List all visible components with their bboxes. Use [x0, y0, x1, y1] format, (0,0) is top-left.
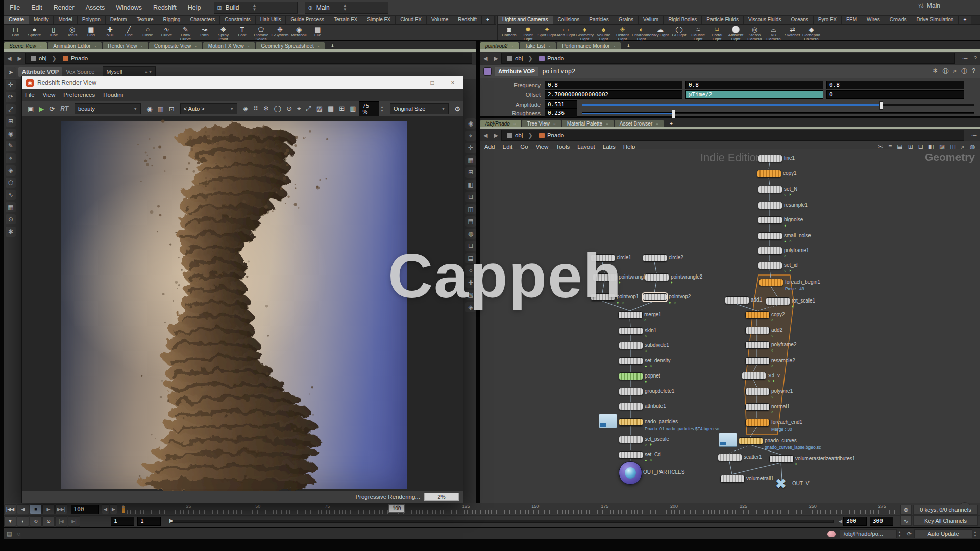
shelf-tool-torus[interactable]: ◎Torus	[63, 26, 82, 37]
shelf-tab-create[interactable]: Create	[4, 16, 29, 24]
pane-tab-take-list[interactable]: Take List×	[520, 42, 556, 49]
shelf-tab-characters[interactable]: Characters	[185, 16, 220, 24]
close-tab-icon[interactable]: ×	[40, 44, 42, 49]
close-tab-icon[interactable]: ×	[553, 122, 556, 127]
crop-icon[interactable]: ⊡	[169, 105, 175, 113]
node-nado_particles[interactable]	[619, 418, 643, 426]
close-tab-icon[interactable]: ×	[317, 44, 320, 49]
maximize-button[interactable]: □	[422, 79, 443, 86]
panel-icon[interactable]: ◫	[465, 204, 476, 214]
roughness-slider[interactable]	[582, 112, 974, 114]
shelf-tab-polygon[interactable]: Polygon	[78, 16, 106, 24]
shelf-tool-volume-light[interactable]: ♠Volume Light	[594, 26, 613, 41]
list-icon[interactable]: ▤	[465, 216, 476, 227]
shelf-tool-platonic-solids[interactable]: ⬠Platonic Solids	[252, 26, 271, 41]
snowflake-icon[interactable]: ❄	[263, 105, 269, 113]
close-tab-icon[interactable]: ×	[606, 122, 608, 127]
gear-icon[interactable]: ⚙	[454, 105, 460, 113]
grid-icon[interactable]: ▦	[465, 155, 476, 165]
key-all-channels-button[interactable]: Key All Channels	[913, 516, 978, 526]
network-canvas[interactable]: Indie Edition Geometry line1copy1set_N○ …	[480, 149, 980, 503]
shelf-tab-rigging[interactable]: Rigging	[158, 16, 185, 24]
close-tab-icon[interactable]: ×	[549, 44, 551, 49]
node-polyframe1[interactable]	[758, 247, 782, 255]
pane-tab--[interactable]: +	[665, 120, 678, 127]
node-groupdelete1[interactable]	[619, 388, 643, 395]
image-size-select[interactable]: Original Size▼	[390, 103, 449, 114]
edit-tool-icon[interactable]: ✎	[6, 141, 16, 151]
right-path-field[interactable]: obj❯ Pnado	[501, 53, 955, 64]
shelf-tab-rigid-bodies[interactable]: Rigid Bodies	[664, 16, 702, 24]
back-icon[interactable]: ◀	[480, 132, 491, 139]
close-tab-icon[interactable]: ×	[248, 44, 250, 49]
rsw-menu-houdini[interactable]: Houdini	[103, 92, 123, 98]
pane-tab-motion-fx-view[interactable]: Motion FX View×	[203, 42, 255, 49]
shelf-tool-sky-light[interactable]: ☁Sky Light	[651, 26, 670, 37]
playback-end-field[interactable]: 300	[843, 517, 867, 526]
save-image-icon[interactable]: ▣	[28, 105, 34, 113]
forward-icon[interactable]: ▶	[14, 55, 24, 62]
pane-tab-pointvop2[interactable]: pointvop2×	[480, 42, 519, 49]
material-icon[interactable]: ◈	[6, 165, 16, 176]
misc-tool-icon[interactable]: ✱	[6, 227, 16, 237]
shelf-tool-grid[interactable]: ▦Grid	[82, 26, 101, 37]
forward-icon[interactable]: ▶	[491, 55, 501, 62]
pixel-grid-icon[interactable]: ▦	[157, 105, 163, 113]
go-to-end-button[interactable]: ▶▶|	[55, 504, 67, 514]
shelf-tool-curve[interactable]: ∿Curve	[157, 26, 176, 37]
breadcrumb-obj[interactable]: obj❯	[28, 55, 60, 62]
shelf-tool-switcher[interactable]: ⇄Switcher	[783, 26, 802, 37]
menu-redshift[interactable]: Redshift	[148, 0, 182, 15]
frequency-z-field[interactable]: 0.8	[826, 81, 964, 89]
shelf-tool-camera[interactable]: ◙Camera	[500, 26, 519, 37]
node-skin1[interactable]	[619, 327, 643, 335]
focus-icon[interactable]: ⌖	[297, 105, 301, 113]
auto-update-stepper[interactable]: ▲▼	[973, 530, 977, 537]
desktop-select[interactable]: ⊞ Build ▲▼	[214, 2, 298, 14]
breadcrumb-pnado[interactable]: Pnado	[536, 132, 567, 138]
menu-render[interactable]: Render	[48, 0, 80, 15]
pane-tab-material-palette[interactable]: Material Palette×	[562, 120, 614, 127]
shelf-tool-stereo-camera[interactable]: ◎Stereo Camera	[745, 26, 764, 41]
shelf-tool-spot-light[interactable]: ✦Spot Light	[537, 26, 556, 37]
node-foreach_begin1[interactable]	[759, 279, 783, 286]
scoped-channels-icon[interactable]: ⊛	[900, 505, 912, 515]
rsw-menu-view[interactable]: View	[43, 92, 56, 98]
shelf-tab-lights-and-cameras[interactable]: Lights and Cameras	[498, 16, 553, 24]
prev-key-button[interactable]: |◀	[55, 516, 67, 527]
shade-icon[interactable]: ◍	[465, 229, 476, 239]
region-icon[interactable]: ⤢	[306, 105, 311, 113]
refresh-icon[interactable]: ⟳	[907, 531, 912, 537]
close-button[interactable]: ×	[443, 79, 463, 86]
shelf-tab-particles[interactable]: Particles	[584, 16, 614, 24]
shelf-tool-portal-light[interactable]: ⌑Portal Light	[707, 26, 726, 41]
amplitude-field[interactable]: 0.531	[545, 100, 577, 109]
help-icon[interactable]: ?	[971, 55, 980, 61]
add-snapshot-icon[interactable]: ⊞	[339, 105, 345, 113]
ipr-start-icon[interactable]: ▶	[39, 105, 44, 113]
playback-start-field[interactable]: 1	[137, 517, 161, 526]
offset-y-field[interactable]: @Time/2	[685, 90, 823, 99]
rt-toggle[interactable]: RT	[60, 105, 68, 112]
shelf-tool-point-light[interactable]: ✹Point Light	[519, 26, 537, 41]
offset-z-field[interactable]: 0	[826, 90, 964, 99]
shelf-tab-redshift[interactable]: Redshift	[453, 16, 482, 24]
frame-dec-button[interactable]: ◀	[102, 504, 109, 514]
shelf-tab-viscous-fluids[interactable]: Viscous Fluids	[744, 16, 786, 24]
shelf-tab-vellum[interactable]: Vellum	[639, 16, 664, 24]
forward-icon[interactable]: ▶	[491, 132, 501, 139]
node-bignoise[interactable]	[758, 216, 782, 224]
node-resample1[interactable]	[758, 202, 782, 209]
shelf-tool-path[interactable]: ↝Path	[195, 26, 214, 37]
breadcrumb-pnado[interactable]: Pnado	[536, 55, 567, 61]
checker-icon[interactable]: ▨	[316, 105, 323, 113]
node-set_v[interactable]	[742, 372, 766, 380]
shelf-tab-modify[interactable]: Modify	[29, 16, 54, 24]
pane-tab--[interactable]: +	[326, 42, 339, 49]
shelf-tool-area-light[interactable]: ▭Area Light	[556, 26, 575, 37]
search-icon[interactable]: ⌕	[953, 67, 957, 76]
pane-tab-geometry-spreadsheet[interactable]: Geometry Spreadsheet×	[256, 42, 325, 49]
node-OUT_V[interactable]: ✖	[775, 477, 787, 490]
magnify-icon[interactable]: ◯	[274, 105, 282, 113]
render-pass-select[interactable]: beauty▼	[75, 103, 141, 114]
